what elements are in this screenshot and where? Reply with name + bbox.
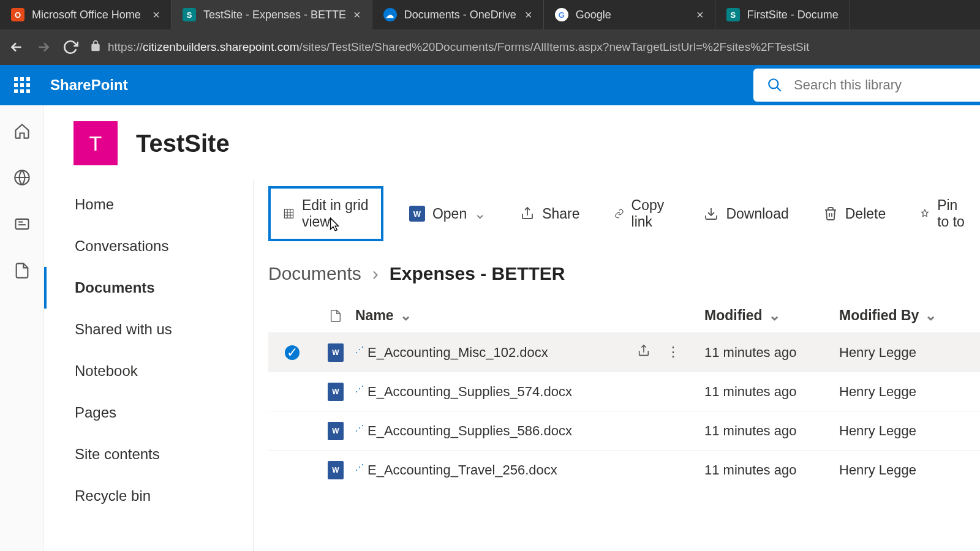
trash-icon (823, 206, 838, 221)
new-indicator-icon: ⋰ (355, 423, 364, 433)
table-row[interactable]: W⋰E_Accounting_Travel_256.docx11 minutes… (268, 450, 980, 489)
more-icon[interactable]: ⋮ (666, 344, 680, 361)
search-input[interactable] (794, 77, 967, 93)
word-file-icon: W (328, 422, 344, 440)
checkmark-icon[interactable]: ✓ (285, 345, 300, 360)
file-name[interactable]: ⋰E_Accounting_Travel_256.docx (355, 462, 557, 478)
browser-tab[interactable]: S FirstSite - Docume (715, 0, 850, 29)
button-label: Copy link (631, 197, 670, 230)
tab-title: FirstSite - Docume (747, 9, 839, 21)
file-name[interactable]: ⋰E_Accounting_Misc_102.docx (355, 345, 548, 361)
close-icon[interactable]: × (525, 8, 532, 22)
url-text: https://citizenbuilders.sharepoint.com/s… (108, 40, 809, 54)
file-list: ✓W⋰E_Accounting_Misc_102.docx⋮11 minutes… (268, 332, 980, 489)
pin-button[interactable]: Pin to to (911, 191, 980, 236)
reload-button[interactable] (62, 39, 78, 55)
browser-tab-active[interactable]: S TestSite - Expenses - BETTE × (172, 0, 372, 29)
button-label: Delete (845, 206, 886, 222)
breadcrumb-current: Expenses - BETTER (390, 263, 565, 284)
suite-header: SharePoint (0, 65, 980, 105)
forward-button[interactable] (36, 39, 51, 55)
nav-shared[interactable]: Shared with us (44, 309, 253, 350)
tab-title: Google (576, 9, 689, 21)
site-title[interactable]: TestSite (136, 130, 230, 157)
chevron-down-icon: ⌄ (925, 307, 937, 324)
browser-tab[interactable]: G Google × (544, 0, 715, 29)
column-modified-by[interactable]: Modified By⌄ (839, 307, 962, 324)
column-modified[interactable]: Modified⌄ (704, 307, 839, 324)
left-navigation: Home Conversations Documents Shared with… (44, 180, 254, 551)
tab-title: Microsoft Office Home (32, 9, 145, 21)
nav-conversations[interactable]: Conversations (44, 225, 253, 267)
onedrive-icon: ☁ (383, 8, 397, 21)
delete-button[interactable]: Delete (815, 200, 894, 228)
download-icon (704, 206, 718, 221)
nav-notebook[interactable]: Notebook (44, 350, 253, 392)
close-icon[interactable]: × (153, 8, 160, 22)
table-row[interactable]: ✓W⋰E_Accounting_Misc_102.docx⋮11 minutes… (268, 332, 980, 372)
url-field[interactable]: https://citizenbuilders.sharepoint.com/s… (89, 40, 971, 55)
table-row[interactable]: W⋰E_Accounting_Supplies_574.docx11 minut… (268, 372, 980, 411)
nav-recycle-bin[interactable]: Recycle bin (44, 475, 253, 517)
command-bar: Edit in grid view W Open ⌄ Share Co (268, 180, 980, 255)
breadcrumb: Documents › Expenses - BETTER (268, 255, 980, 299)
modified-value: 11 minutes ago (704, 462, 839, 478)
tab-title: Documents - OneDrive (404, 9, 518, 21)
globe-icon[interactable] (13, 169, 31, 189)
share-icon[interactable] (637, 344, 650, 361)
word-file-icon: W (328, 461, 344, 479)
svg-rect-3 (15, 219, 28, 229)
new-indicator-icon: ⋰ (355, 384, 364, 394)
edit-in-grid-view-button[interactable]: Edit in grid view (268, 186, 383, 241)
new-indicator-icon: ⋰ (355, 462, 364, 472)
news-icon[interactable] (13, 216, 31, 235)
chevron-down-icon: ⌄ (474, 206, 486, 222)
breadcrumb-parent[interactable]: Documents (268, 263, 361, 284)
modified-value: 11 minutes ago (704, 423, 839, 439)
browser-tab[interactable]: O Microsoft Office Home × (0, 0, 172, 29)
app-rail (0, 105, 44, 551)
nav-home[interactable]: Home (44, 184, 253, 225)
close-icon[interactable]: × (353, 8, 361, 22)
button-label: Download (726, 206, 788, 222)
close-icon[interactable]: × (696, 8, 704, 22)
cursor-icon (326, 216, 342, 234)
search-icon (767, 77, 783, 93)
grid-icon (283, 205, 295, 222)
modified-value: 11 minutes ago (704, 345, 839, 361)
modified-value: 11 minutes ago (704, 384, 839, 400)
app-launcher-icon[interactable] (9, 72, 36, 99)
button-label: Pin to to (937, 197, 971, 230)
table-row[interactable]: W⋰E_Accounting_Supplies_586.docx11 minut… (268, 411, 980, 450)
browser-tab[interactable]: ☁ Documents - OneDrive × (372, 0, 544, 29)
tab-title: TestSite - Expenses - BETTE (203, 9, 346, 21)
new-indicator-icon: ⋰ (355, 345, 364, 354)
word-file-icon: W (328, 343, 344, 362)
search-box[interactable] (753, 69, 980, 102)
share-button[interactable]: Share (511, 200, 588, 228)
chevron-right-icon: › (372, 263, 379, 284)
site-header: T TestSite (44, 105, 980, 180)
back-button[interactable] (9, 39, 24, 55)
files-icon[interactable] (13, 262, 31, 282)
download-button[interactable]: Download (695, 200, 797, 228)
file-name[interactable]: ⋰E_Accounting_Supplies_586.docx (355, 423, 572, 439)
link-icon (614, 206, 624, 221)
nav-site-contents[interactable]: Site contents (44, 433, 253, 475)
column-name[interactable]: Name⌄ (355, 307, 637, 324)
chevron-down-icon: ⌄ (769, 307, 780, 324)
copy-link-button[interactable]: Copy link (606, 191, 679, 236)
nav-pages[interactable]: Pages (44, 392, 253, 433)
list-header: Name⌄ Modified⌄ Modified By⌄ (268, 299, 980, 332)
file-type-icon[interactable] (316, 308, 355, 324)
modified-by-value: Henry Legge (839, 384, 962, 400)
open-button[interactable]: W Open ⌄ (401, 200, 494, 228)
browser-address-bar: https://citizenbuilders.sharepoint.com/s… (0, 29, 980, 65)
nav-documents[interactable]: Documents (44, 267, 253, 309)
file-name[interactable]: ⋰E_Accounting_Supplies_574.docx (355, 384, 572, 400)
brand-label[interactable]: SharePoint (50, 77, 128, 94)
modified-by-value: Henry Legge (839, 423, 962, 439)
word-file-icon: W (328, 383, 344, 401)
home-icon[interactable] (13, 122, 31, 142)
site-logo[interactable]: T (74, 121, 118, 165)
